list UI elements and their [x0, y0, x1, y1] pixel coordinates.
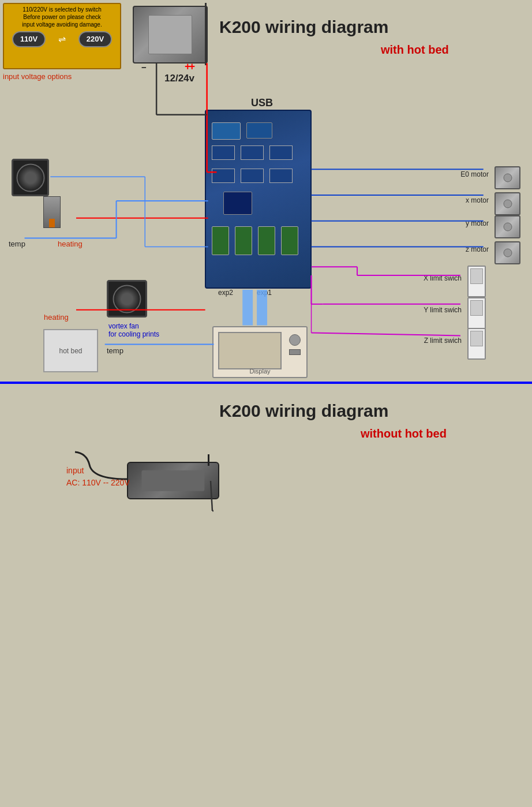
input-voltage-label: input voltage options: [3, 72, 72, 81]
hotbed-label: hot bed: [59, 347, 82, 355]
hotbed-temp-label: temp: [107, 346, 123, 355]
x-limit-label-top: X limit swich: [424, 274, 462, 282]
power-supply-top: [133, 6, 208, 63]
hotend-top: [43, 196, 61, 228]
diagram-top: K200 wiring diagram with hot bed 110/220…: [0, 0, 532, 384]
power-minus-label: −: [141, 62, 147, 72]
bottom-subtitle: without hot bed: [361, 427, 447, 440]
y-limit-label-top: Y limit swich: [424, 306, 462, 314]
heating-label-2: heating: [44, 313, 69, 322]
z-limit-top: [467, 328, 486, 360]
mainboard-top: [205, 110, 312, 289]
y-motor-label-top: y motor: [466, 219, 489, 227]
voltage-220: 220V: [78, 31, 112, 47]
heating-label-1: heating: [58, 240, 83, 248]
top-title: K200 wiring diagram: [219, 17, 388, 37]
input-ac-label: inputAC: 110V -- 220V: [66, 465, 130, 489]
x-limit-top: [467, 266, 486, 297]
x-motor-top: [494, 192, 520, 215]
display-label-top: Display: [249, 368, 270, 375]
voltage-selector: 110/220V is selected by switchBefore pow…: [3, 3, 121, 69]
voltage-warning-text: 110/220V is selected by switchBefore pow…: [6, 6, 118, 28]
y-limit-top: [467, 297, 486, 329]
vortex-fan-top: [107, 280, 147, 317]
voltage-12-24: 12/24v: [164, 73, 194, 84]
hotbed: hot bed: [43, 329, 98, 372]
svg-line-21: [312, 333, 460, 336]
bottom-title: K200 wiring diagram: [219, 401, 388, 421]
e0-motor-label-top: E0 motor: [460, 170, 489, 178]
power-plus-label: +: [185, 61, 191, 73]
temp-label-top: temp: [9, 240, 25, 248]
usb-label-top: USB: [251, 97, 273, 109]
exp1-label-top: exp1: [257, 289, 272, 297]
power-wire-v: [205, 3, 207, 65]
display-top: Display: [212, 326, 308, 378]
diagram-bottom: K200 wiring diagram without hot bed inpu…: [0, 384, 532, 807]
z-motor-top: [494, 241, 520, 264]
z-motor-label-top: z motor: [466, 245, 489, 253]
wiring-svg-bottom: [0, 384, 532, 807]
y-motor-top: [494, 215, 520, 238]
e0-motor-top: [494, 166, 520, 189]
z-limit-label-top: Z limit swich: [424, 337, 462, 345]
x-motor-label-top: x motor: [466, 196, 489, 204]
exp2-label-top: exp2: [218, 289, 233, 297]
voltage-110: 110V: [12, 31, 46, 47]
fan-top: [12, 159, 49, 196]
vortex-fan-label-top: vortex fanfor cooling prints: [108, 322, 159, 338]
power-adapter-bottom: [127, 462, 219, 499]
svg-rect-22: [242, 290, 253, 326]
top-subtitle: with hot bed: [381, 43, 449, 57]
